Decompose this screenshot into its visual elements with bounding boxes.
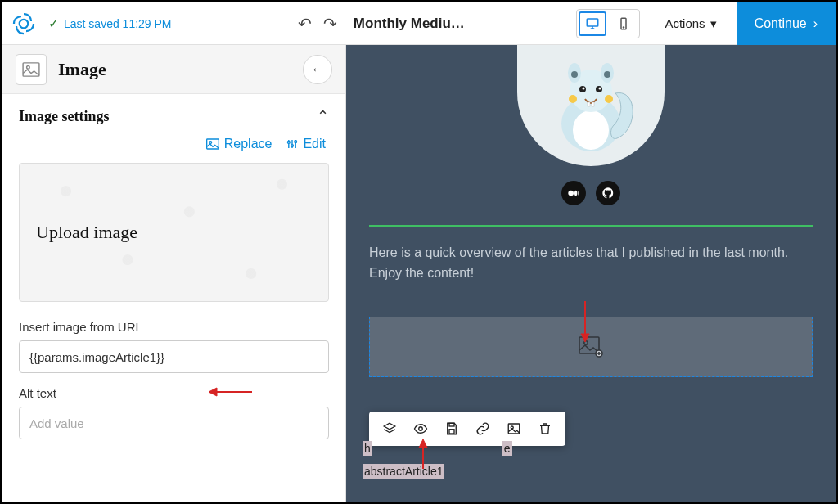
eye-icon: [413, 421, 428, 436]
alt-field-label: Alt text: [19, 386, 329, 400]
url-field-label: Insert image from URL: [19, 320, 329, 334]
github-link[interactable]: [596, 181, 620, 205]
svg-rect-35: [508, 424, 520, 434]
svg-point-12: [573, 110, 609, 150]
check-icon: ✓: [48, 16, 59, 31]
placeholder-line1-end: e: [502, 441, 512, 456]
last-saved-link[interactable]: Last saved 11:29 PM: [64, 17, 172, 30]
save-icon: [444, 421, 459, 436]
tool-rearrange[interactable]: [376, 416, 403, 441]
sidebar-panel: Image ← Image settings ⌃ Replace Edit: [2, 45, 346, 502]
intro-text: Here is a quick overview of the articles…: [369, 243, 813, 284]
app-logo[interactable]: [2, 2, 45, 45]
save-status[interactable]: ✓ Last saved 11:29 PM: [48, 16, 172, 31]
medium-icon: [567, 187, 580, 200]
svg-rect-25: [592, 102, 594, 106]
image-placeholder-slot[interactable]: [369, 317, 813, 377]
svg-rect-1: [588, 19, 599, 26]
actions-dropdown[interactable]: Actions ▾: [665, 16, 716, 31]
mobile-preview-button[interactable]: [608, 10, 639, 38]
svg-point-22: [569, 95, 577, 103]
svg-point-28: [578, 191, 579, 196]
desktop-preview-button[interactable]: [579, 11, 606, 36]
svg-point-26: [568, 191, 574, 196]
tool-link[interactable]: [469, 416, 497, 441]
svg-rect-34: [449, 430, 454, 434]
svg-rect-24: [588, 102, 590, 106]
tool-delete[interactable]: [531, 416, 559, 441]
placeholder-line1-start: h: [363, 441, 372, 456]
section-toggle-image-settings[interactable]: Image settings ⌃: [2, 94, 345, 132]
medium-link[interactable]: [561, 181, 586, 205]
top-bar: ✓ Last saved 11:29 PM ↶ ↷ Monthly Mediu……: [2, 2, 836, 45]
template-placeholders: h e abstractArticle1: [363, 441, 512, 479]
svg-point-3: [624, 26, 624, 27]
svg-point-32: [419, 427, 423, 431]
replace-icon: [206, 138, 219, 150]
redo-button[interactable]: ↷: [323, 14, 337, 34]
svg-point-7: [210, 142, 212, 144]
arrow-left-icon: ←: [311, 62, 324, 77]
upload-label: Upload image: [36, 222, 137, 243]
history-controls: ↶ ↷: [298, 14, 337, 34]
svg-point-20: [583, 88, 585, 90]
svg-point-9: [291, 145, 294, 147]
back-button[interactable]: ←: [303, 55, 332, 84]
continue-label: Continue: [755, 16, 807, 31]
link-icon: [475, 421, 490, 436]
tool-preview[interactable]: [407, 416, 435, 441]
layers-icon: [382, 421, 397, 436]
chevron-right-icon: ›: [813, 16, 818, 31]
trash-icon: [538, 421, 552, 436]
actions-label: Actions: [665, 16, 705, 30]
svg-point-27: [574, 191, 577, 196]
svg-point-17: [604, 71, 610, 78]
replace-button[interactable]: Replace: [206, 137, 273, 151]
upload-dropzone[interactable]: Upload image: [19, 163, 329, 302]
avatar-image: [517, 45, 665, 166]
svg-point-30: [584, 340, 588, 344]
sliders-icon: [286, 138, 298, 150]
chevron-up-icon: ⌃: [317, 107, 329, 125]
social-links: [369, 181, 813, 205]
section-divider: [369, 225, 813, 227]
image-block-icon: [16, 54, 47, 85]
github-icon: [601, 187, 615, 200]
svg-point-10: [295, 141, 297, 143]
placeholder-line2: abstractArticle1: [363, 464, 444, 479]
tool-image[interactable]: [500, 416, 528, 441]
svg-point-5: [27, 65, 30, 69]
image-add-icon: [579, 336, 603, 358]
edit-button[interactable]: Edit: [286, 137, 326, 151]
tool-save[interactable]: [438, 416, 466, 441]
caret-down-icon: ▾: [710, 16, 717, 31]
document-title[interactable]: Monthly Mediu…: [354, 16, 468, 32]
svg-point-0: [20, 19, 29, 28]
svg-point-8: [288, 142, 291, 144]
device-preview-toggle: [576, 9, 640, 38]
alt-input[interactable]: [19, 407, 329, 439]
url-input[interactable]: [19, 340, 329, 373]
undo-button[interactable]: ↶: [298, 14, 312, 34]
image-icon: [507, 421, 521, 436]
svg-point-23: [605, 95, 613, 103]
panel-title: Image: [58, 59, 291, 80]
continue-button[interactable]: Continue ›: [737, 2, 836, 45]
panel-header: Image ←: [2, 45, 345, 94]
svg-rect-33: [449, 423, 454, 426]
svg-point-16: [571, 71, 578, 78]
svg-rect-4: [23, 62, 39, 75]
section-title: Image settings: [19, 108, 110, 125]
svg-point-21: [599, 88, 601, 90]
